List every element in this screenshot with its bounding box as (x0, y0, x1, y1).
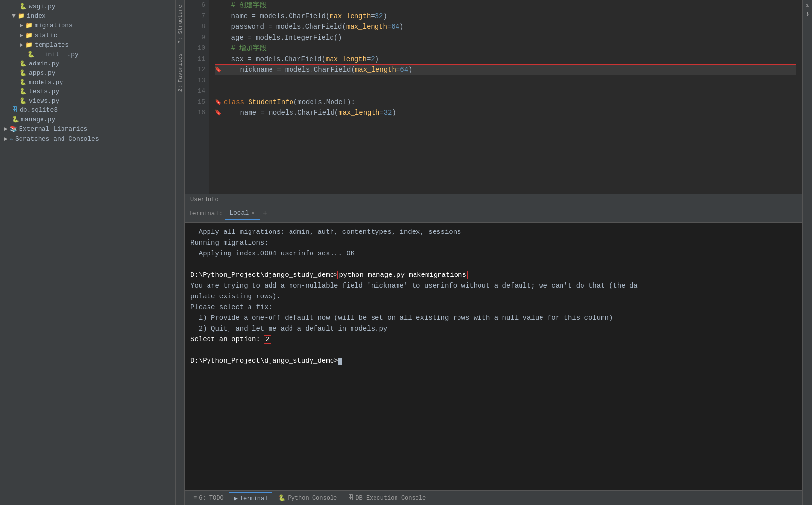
terminal-add-button[interactable]: + (260, 209, 271, 219)
main-content: 6 7 8 9 10 11 12 13 14 15 16 # 创建字段 (185, 0, 802, 505)
right-panel: ℹ P (802, 0, 812, 505)
file-tree-panel: 🐍 wsgi.py ▼ 📁 index ▶ 📁 migrations ▶ 📁 s… (0, 0, 176, 505)
terminal-tabs-bar: Terminal: Local ✕ + (185, 205, 802, 223)
status-tab-terminal[interactable]: ▶ Terminal (229, 492, 273, 504)
structure-label[interactable]: 7: Structure (176, 0, 184, 48)
tree-item-label: db.sqlite3 (20, 106, 58, 114)
tree-item-label: tests.py (29, 88, 59, 95)
code-line-15: 🔖 class StudentInfo(models.Model): (215, 97, 796, 107)
tree-item-label: admin.py (29, 60, 59, 67)
terminal-line-5: D:\Python_Project\django_study_demo>pyth… (190, 270, 796, 280)
terminal-icon: ▶ (234, 495, 238, 502)
folder-icon: 📁 (25, 42, 33, 49)
collapse-icon: ▼ (12, 12, 16, 20)
terminal-line-13: D:\Python_Project\django_study_demo> (190, 356, 796, 366)
scratches-icon: ✏ (10, 135, 13, 143)
tree-item-manage[interactable]: 🐍 manage.py (0, 115, 175, 124)
tree-item-db[interactable]: 🗄 db.sqlite3 (0, 105, 175, 115)
favorites-label[interactable]: 2: Favorites (176, 48, 184, 97)
status-bar: ≡ 6: TODO ▶ Terminal 🐍 Python Console 🗄 … (185, 490, 802, 505)
py-file-icon: 🐍 (27, 51, 35, 58)
folder-icon: 📁 (25, 32, 33, 39)
code-line-11: sex = models.CharField(max_length=2) (215, 54, 796, 64)
tooltip-bar: UserInfo (185, 194, 802, 205)
tree-item-label: apps.py (29, 69, 56, 77)
tree-item-migrations[interactable]: ▶ 📁 migrations (0, 21, 175, 30)
tree-item-init[interactable]: 🐍 __init__.py (0, 50, 175, 59)
line-numbers: 6 7 8 9 10 11 12 13 14 15 16 (185, 0, 209, 194)
tree-item-apps[interactable]: 🐍 apps.py (0, 68, 175, 78)
terminal-output: Apply all migrations: admin, auth, conte… (185, 223, 802, 490)
folder-icon: 📁 (18, 12, 25, 20)
tree-item-label: Scratches and Consoles (15, 135, 99, 143)
code-line-10: # 增加字段 (215, 43, 796, 54)
tree-item-index[interactable]: ▼ 📁 index (0, 11, 175, 21)
tree-item-label: index (27, 12, 46, 20)
status-tab-terminal-label: Terminal (240, 495, 268, 502)
file-tree: 🐍 wsgi.py ▼ 📁 index ▶ 📁 migrations ▶ 📁 s… (0, 0, 175, 505)
code-line-8: password = models.CharField(max_length=6… (215, 21, 796, 32)
tree-item-views[interactable]: 🐍 views.py (0, 96, 175, 105)
db-console-icon: 🗄 (348, 494, 354, 502)
tree-item-templates[interactable]: ▶ 📁 templates (0, 40, 175, 50)
terminal-line-12 (190, 345, 796, 356)
code-line-7: name = models.CharField(max_length=32) (215, 11, 796, 21)
status-tab-todo[interactable]: ≡ 6: TODO (188, 493, 229, 504)
expand-icon: ▶ (4, 135, 8, 143)
tree-item-label: static (35, 32, 58, 39)
tree-item-label: migrations (35, 22, 73, 29)
bookmark-icon: 🔖 (215, 64, 222, 75)
tree-item-label: models.py (29, 79, 63, 86)
terminal-line-8: Please select a fix: (190, 302, 796, 313)
code-line-9: age = models.IntegerField() (215, 32, 796, 43)
terminal-line-6: You are trying to add a non-nullable fie… (190, 280, 796, 291)
terminal-line-9: 1) Provide a one-off default now (will b… (190, 313, 796, 323)
code-view: 6 7 8 9 10 11 12 13 14 15 16 # 创建字段 (185, 0, 802, 194)
code-lines: # 创建字段 name = models.CharField(max_lengt… (209, 0, 802, 194)
code-line-13 (215, 75, 796, 86)
terminal-panel: Terminal: Local ✕ + Apply all migrations… (185, 205, 802, 505)
tree-item-models[interactable]: 🐍 models.py (0, 78, 175, 87)
terminal-line-3: Applying index.0004_userinfo_sex... OK (190, 248, 796, 259)
folder-icon: 📚 (10, 126, 17, 133)
terminal-line-10: 2) Quit, and let me add a default in mod… (190, 323, 796, 334)
tree-item-tests[interactable]: 🐍 tests.py (0, 87, 175, 96)
option-highlight: 2 (264, 336, 270, 343)
code-line-14 (215, 86, 796, 97)
terminal-label: Terminal: (188, 210, 223, 217)
side-labels: 7: Structure 2: Favorites (176, 0, 185, 505)
bookmark-icon2: 🔖 (215, 97, 222, 107)
tree-item-label: __init__.py (37, 51, 79, 58)
todo-icon: ≡ (193, 495, 197, 502)
status-tab-python-console-label: Python Console (288, 495, 337, 502)
expand-icon: ▶ (4, 125, 8, 133)
tree-item-wsgi[interactable]: 🐍 wsgi.py (0, 2, 175, 11)
status-tab-db-console[interactable]: 🗄 DB Execution Console (343, 492, 431, 504)
tree-item-scratches[interactable]: ▶ ✏ Scratches and Consoles (0, 134, 175, 144)
tree-item-label: External Libraries (19, 126, 87, 133)
status-tab-todo-label: 6: TODO (199, 495, 223, 502)
py-file-icon: 🐍 (20, 60, 27, 67)
tree-item-admin[interactable]: 🐍 admin.py (0, 59, 175, 68)
terminal-cursor (338, 358, 342, 365)
status-tab-python-console[interactable]: 🐍 Python Console (273, 492, 342, 504)
code-editor: 6 7 8 9 10 11 12 13 14 15 16 # 创建字段 (185, 0, 802, 205)
tooltip-text: UserInfo (190, 196, 219, 203)
tree-item-extlibs[interactable]: ▶ 📚 External Libraries (0, 124, 175, 134)
py-file-icon: 🐍 (20, 88, 27, 95)
db-file-icon: 🗄 (12, 106, 18, 114)
expand-icon: ▶ (20, 41, 23, 49)
tree-item-static[interactable]: ▶ 📁 static (0, 30, 175, 40)
tree-item-label: manage.py (21, 116, 55, 123)
code-line-16: 🔖 name = models.CharField(max_length=32) (215, 107, 796, 118)
terminal-line-2: Running migrations: (190, 237, 796, 248)
py-file-icon: 🐍 (20, 97, 27, 105)
terminal-tab-close[interactable]: ✕ (251, 210, 255, 216)
terminal-line-4 (190, 259, 796, 270)
right-panel-button[interactable]: ℹ P (803, 0, 812, 21)
code-line-6: # 创建字段 (215, 0, 796, 11)
tree-item-label: templates (35, 42, 69, 49)
terminal-line-11: Select an option: 2 (190, 334, 796, 345)
terminal-tab-local[interactable]: Local ✕ (225, 208, 260, 220)
python-console-icon: 🐍 (278, 494, 286, 502)
